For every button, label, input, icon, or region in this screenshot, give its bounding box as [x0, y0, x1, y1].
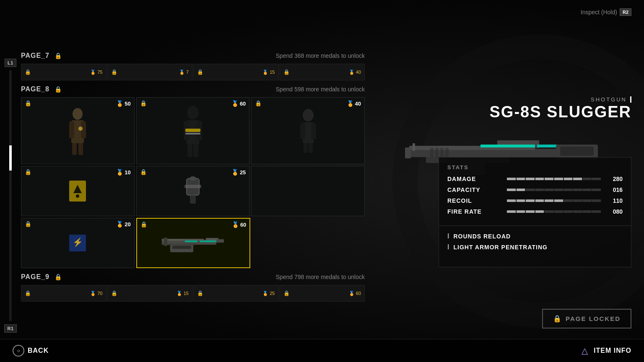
- page7-header: PAGE_7 🔒 Spend 368 more medals to unlock: [21, 50, 365, 61]
- stats-panel: STATS DAMAGE280CAPACITY016RECOIL110FIRE …: [439, 157, 631, 226]
- stat-name: DAMAGE: [447, 176, 502, 182]
- page9-item3-cost: 🏅 25: [262, 291, 275, 296]
- stat-segment: [573, 189, 582, 191]
- triangle-icon: △: [579, 345, 590, 357]
- page8-section: PAGE_8 🔒 Spend 598 more medals to unlock…: [21, 84, 365, 268]
- page7-item3-cost: 🏅 15: [262, 70, 275, 75]
- right-panel: Inspect (Hold) R2: [426, 0, 644, 362]
- lock-icon: 🔒: [25, 290, 31, 296]
- page8-lock-icon: 🔒: [55, 86, 62, 93]
- scroll-bar[interactable]: [9, 70, 12, 321]
- page9-item-1[interactable]: 🔒 🏅 70: [21, 285, 106, 302]
- lock-icon: 🔒: [197, 290, 203, 296]
- stat-bar: [507, 199, 601, 202]
- page8-cell-2-3-empty: [251, 166, 365, 216]
- stat-segment: [545, 210, 553, 213]
- stat-segment: [583, 210, 592, 213]
- stat-value: 016: [606, 186, 623, 193]
- page8-cell-3-empty: [252, 218, 365, 268]
- weapon-name: SG-8S SLUGGER: [490, 103, 632, 121]
- stat-segment: [526, 189, 535, 191]
- page7-spend-text: Spend 368 more medals to unlock: [276, 52, 365, 59]
- page8-cell-2-1[interactable]: 🔒 🏅 10: [21, 166, 135, 216]
- svg-rect-48: [560, 147, 594, 156]
- svg-rect-52: [405, 147, 411, 158]
- perk-row: ILIGHT ARMOR PENETRATING: [447, 243, 623, 251]
- page7-item-2[interactable]: 🔒 🏅 7: [107, 64, 193, 80]
- page8-cell-1-2[interactable]: 🔒 🏅 60: [136, 97, 250, 164]
- page9-item-4[interactable]: 🔒 🏅 60: [280, 285, 365, 302]
- svg-rect-14: [185, 133, 200, 134]
- stat-segment: [535, 178, 544, 180]
- page9-item4-cost: 🏅 60: [349, 291, 361, 296]
- stat-segment: [507, 199, 516, 202]
- stat-segment: [507, 189, 516, 191]
- page8-spend-text: Spend 598 more medals to unlock: [276, 86, 365, 93]
- stat-segment: [517, 189, 525, 191]
- page8-cell-1-1[interactable]: 🔒 🏅 50: [21, 97, 135, 164]
- stat-segment: [517, 178, 525, 180]
- circle-icon: ○: [13, 345, 24, 357]
- lock-icon: 🔒: [25, 69, 31, 75]
- page8-cell-3-2-selected[interactable]: 🔒 🏅 60: [136, 218, 251, 268]
- svg-point-6: [78, 127, 83, 131]
- stat-segment: [564, 178, 573, 180]
- item-info-button[interactable]: △ ITEM INFO: [579, 345, 631, 357]
- page8-cell-3-1[interactable]: 🔒 🏅 20 ⚡: [21, 218, 135, 268]
- page8-cell-2-2[interactable]: 🔒 🏅 25: [136, 166, 250, 216]
- svg-rect-53: [430, 148, 434, 158]
- equipment-image-1: [148, 171, 238, 211]
- stat-bar-segments: [507, 178, 601, 180]
- character-image-1: [33, 104, 123, 157]
- stat-segment: [526, 199, 535, 202]
- page7-section: PAGE_7 🔒 Spend 368 more medals to unlock…: [21, 50, 365, 80]
- perk-row: IROUNDS RELOAD: [447, 233, 623, 240]
- page-locked-label: PAGE LOCKED: [566, 315, 621, 322]
- svg-rect-11: [187, 145, 192, 157]
- page7-item2-cost: 🏅 7: [179, 70, 189, 75]
- page9-item-3[interactable]: 🔒 🏅 25: [193, 285, 279, 302]
- r1-button[interactable]: R1: [4, 324, 16, 333]
- page8-row1: 🔒 🏅 50: [21, 97, 365, 164]
- page7-item-3[interactable]: 🔒 🏅 15: [193, 64, 279, 80]
- stat-segment: [545, 178, 553, 180]
- stat-value: 080: [606, 208, 623, 215]
- page7-item4-cost: 🏅 40: [349, 70, 361, 75]
- stat-segment: [554, 210, 563, 213]
- page9-item-2[interactable]: 🔒 🏅 15: [107, 285, 193, 302]
- page7-item-1[interactable]: 🔒 🏅 75: [21, 64, 106, 80]
- character-image-3: [263, 104, 353, 157]
- svg-rect-44: [480, 145, 535, 147]
- lock-icon: 🔒: [553, 315, 561, 323]
- page-locked-button[interactable]: 🔒 PAGE LOCKED: [542, 309, 631, 328]
- back-button[interactable]: ○ BACK: [13, 345, 49, 357]
- weapon-name-section: SHOTGUN SG-8S SLUGGER: [490, 96, 632, 121]
- page9-label: PAGE_9: [21, 273, 49, 281]
- lock-icon: 🔒: [111, 290, 117, 296]
- stat-segment: [564, 189, 573, 191]
- stat-bar: [507, 178, 601, 180]
- svg-point-0: [73, 108, 83, 120]
- page8-row2: 🔒 🏅 10 🔒: [21, 166, 365, 216]
- svg-rect-20: [309, 143, 313, 153]
- stat-bar-segments: [507, 199, 601, 202]
- page8-cell-1-3[interactable]: 🔒 🏅 40: [251, 97, 365, 164]
- svg-rect-51: [413, 143, 415, 151]
- page7-item-4[interactable]: 🔒 🏅 40: [280, 64, 365, 80]
- l1-button[interactable]: L1: [5, 59, 16, 67]
- stat-bar: [507, 210, 601, 213]
- page7-collapsed-row: 🔒 🏅 75 🔒 🏅 7 🔒 🏅 15 🔒 🏅 40: [21, 64, 365, 80]
- stat-segment: [545, 199, 553, 202]
- weapon-thumbnail: [148, 224, 239, 263]
- stat-row-capacity: CAPACITY016: [447, 186, 623, 193]
- stat-segment: [554, 189, 563, 191]
- svg-rect-18: [311, 123, 316, 139]
- stat-segment: [592, 178, 601, 180]
- stat-segment: [583, 199, 592, 202]
- svg-rect-39: [172, 246, 191, 249]
- stat-segment: [564, 210, 573, 213]
- stat-segment: [592, 189, 601, 191]
- panels-area: PAGE_7 🔒 Spend 368 more medals to unlock…: [21, 50, 365, 337]
- stat-bar-segments: [507, 210, 601, 213]
- page9-lock-icon: 🔒: [55, 274, 62, 280]
